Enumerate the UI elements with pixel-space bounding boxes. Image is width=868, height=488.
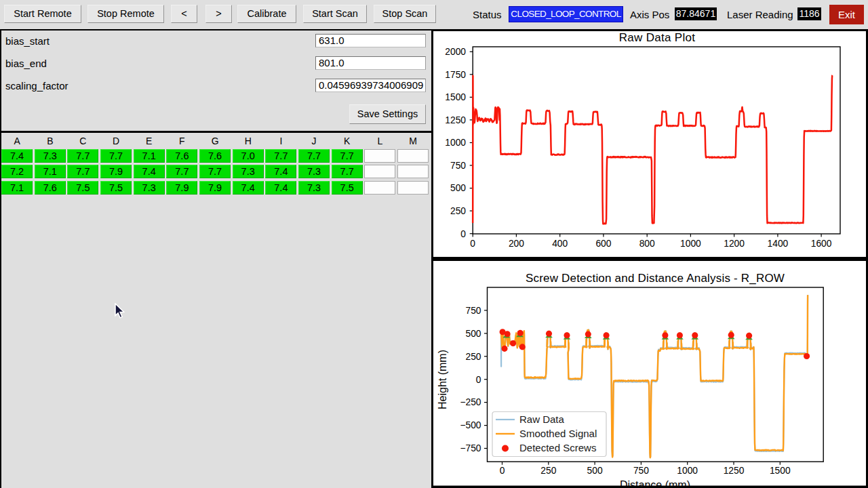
svg-text:1400: 1400 bbox=[768, 239, 789, 249]
svg-text:1200: 1200 bbox=[724, 239, 745, 249]
svg-text:Screw Detection and Distance A: Screw Detection and Distance Analysis - … bbox=[526, 272, 785, 285]
svg-text:Height (mm): Height (mm) bbox=[437, 349, 448, 409]
svg-text:−500: −500 bbox=[460, 420, 481, 430]
svg-text:500: 500 bbox=[450, 183, 466, 193]
svg-text:500: 500 bbox=[465, 328, 481, 338]
svg-text:1500: 1500 bbox=[445, 92, 466, 102]
svg-text:500: 500 bbox=[587, 465, 603, 475]
svg-text:750: 750 bbox=[465, 305, 481, 315]
svg-text:Smoothed Signal: Smoothed Signal bbox=[519, 427, 597, 439]
svg-text:250: 250 bbox=[450, 205, 466, 216]
svg-text:1500: 1500 bbox=[770, 465, 791, 475]
svg-text:1000: 1000 bbox=[680, 239, 701, 249]
svg-text:800: 800 bbox=[639, 239, 655, 249]
svg-text:Raw Data: Raw Data bbox=[519, 413, 565, 424]
svg-text:−750: −750 bbox=[460, 443, 481, 453]
svg-text:1250: 1250 bbox=[445, 115, 466, 125]
svg-text:0: 0 bbox=[476, 374, 481, 384]
svg-text:200: 200 bbox=[509, 239, 524, 249]
svg-text:0: 0 bbox=[470, 239, 475, 249]
svg-text:2000: 2000 bbox=[445, 47, 466, 57]
svg-text:750: 750 bbox=[633, 465, 649, 475]
svg-text:Raw Data Plot: Raw Data Plot bbox=[619, 30, 696, 43]
svg-text:1000: 1000 bbox=[445, 138, 466, 148]
svg-text:250: 250 bbox=[540, 465, 556, 475]
svg-text:Detected Screws: Detected Screws bbox=[519, 442, 596, 453]
svg-text:0: 0 bbox=[460, 228, 466, 239]
svg-text:−250: −250 bbox=[460, 397, 481, 407]
svg-text:1600: 1600 bbox=[811, 239, 832, 249]
svg-text:0: 0 bbox=[500, 465, 505, 475]
svg-text:250: 250 bbox=[465, 351, 481, 361]
svg-text:1250: 1250 bbox=[724, 465, 745, 475]
svg-text:600: 600 bbox=[595, 239, 611, 249]
svg-text:1000: 1000 bbox=[677, 465, 698, 475]
svg-text:400: 400 bbox=[552, 239, 568, 249]
svg-text:750: 750 bbox=[450, 160, 466, 170]
svg-text:1750: 1750 bbox=[445, 69, 466, 79]
